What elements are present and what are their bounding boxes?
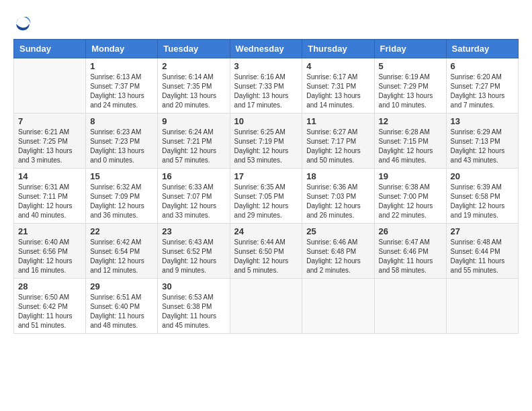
calendar-day-cell: 12Sunrise: 6:28 AMSunset: 7:15 PMDayligh… — [374, 113, 446, 169]
day-info: Sunrise: 6:51 AMSunset: 6:40 PMDaylight:… — [90, 293, 153, 330]
day-info: Sunrise: 6:17 AMSunset: 7:31 PMDaylight:… — [306, 73, 369, 110]
calendar-day-cell: 1Sunrise: 6:13 AMSunset: 7:37 PMDaylight… — [86, 58, 158, 113]
day-info: Sunrise: 6:38 AMSunset: 7:00 PMDaylight:… — [379, 183, 442, 220]
calendar-week-row: 7Sunrise: 6:21 AMSunset: 7:25 PMDaylight… — [14, 113, 519, 169]
logo-icon — [13, 13, 32, 32]
calendar-day-cell: 15Sunrise: 6:32 AMSunset: 7:09 PMDayligh… — [86, 169, 158, 224]
day-number: 4 — [306, 61, 369, 71]
calendar-day-cell: 4Sunrise: 6:17 AMSunset: 7:31 PMDaylight… — [302, 58, 374, 113]
calendar-day-cell: 5Sunrise: 6:19 AMSunset: 7:29 PMDaylight… — [374, 58, 446, 113]
calendar-week-row: 14Sunrise: 6:31 AMSunset: 7:11 PMDayligh… — [14, 169, 519, 224]
day-number: 30 — [162, 281, 225, 291]
day-number: 14 — [18, 171, 81, 181]
calendar-day-cell: 23Sunrise: 6:43 AMSunset: 6:52 PMDayligh… — [158, 224, 230, 279]
day-info: Sunrise: 6:25 AMSunset: 7:19 PMDaylight:… — [234, 128, 298, 165]
calendar-day-cell: 21Sunrise: 6:40 AMSunset: 6:56 PMDayligh… — [14, 224, 86, 279]
weekday-header: Wednesday — [230, 40, 302, 58]
day-info: Sunrise: 6:39 AMSunset: 6:58 PMDaylight:… — [451, 183, 514, 220]
day-number: 28 — [18, 281, 81, 291]
calendar-day-cell: 6Sunrise: 6:20 AMSunset: 7:27 PMDaylight… — [446, 58, 518, 113]
day-info: Sunrise: 6:35 AMSunset: 7:05 PMDaylight:… — [234, 183, 298, 220]
logo — [13, 13, 35, 32]
day-info: Sunrise: 6:44 AMSunset: 6:50 PMDaylight:… — [234, 238, 298, 275]
day-number: 18 — [306, 171, 369, 181]
day-info: Sunrise: 6:20 AMSunset: 7:27 PMDaylight:… — [451, 73, 514, 110]
day-info: Sunrise: 6:14 AMSunset: 7:35 PMDaylight:… — [162, 73, 225, 110]
day-info: Sunrise: 6:21 AMSunset: 7:25 PMDaylight:… — [18, 128, 81, 165]
weekday-header: Thursday — [302, 40, 374, 58]
day-number: 15 — [90, 171, 153, 181]
calendar-day-cell: 26Sunrise: 6:47 AMSunset: 6:46 PMDayligh… — [374, 224, 446, 279]
day-info: Sunrise: 6:16 AMSunset: 7:33 PMDaylight:… — [234, 73, 298, 110]
calendar-day-cell: 20Sunrise: 6:39 AMSunset: 6:58 PMDayligh… — [446, 169, 518, 224]
calendar-day-cell — [302, 279, 374, 334]
day-info: Sunrise: 6:27 AMSunset: 7:17 PMDaylight:… — [306, 128, 369, 165]
day-number: 19 — [379, 171, 442, 181]
day-number: 9 — [162, 116, 225, 126]
calendar-day-cell: 7Sunrise: 6:21 AMSunset: 7:25 PMDaylight… — [14, 113, 86, 169]
day-info: Sunrise: 6:48 AMSunset: 6:44 PMDaylight:… — [451, 238, 514, 275]
calendar-day-cell: 11Sunrise: 6:27 AMSunset: 7:17 PMDayligh… — [302, 113, 374, 169]
calendar-day-cell: 28Sunrise: 6:50 AMSunset: 6:42 PMDayligh… — [14, 279, 86, 334]
day-number: 25 — [306, 226, 369, 236]
day-number: 8 — [90, 116, 153, 126]
day-number: 17 — [234, 171, 298, 181]
day-number: 21 — [18, 226, 81, 236]
weekday-header: Friday — [374, 40, 446, 58]
day-info: Sunrise: 6:46 AMSunset: 6:48 PMDaylight:… — [306, 238, 369, 275]
calendar-day-cell: 2Sunrise: 6:14 AMSunset: 7:35 PMDaylight… — [158, 58, 230, 113]
day-info: Sunrise: 6:47 AMSunset: 6:46 PMDaylight:… — [379, 238, 442, 275]
day-info: Sunrise: 6:53 AMSunset: 6:38 PMDaylight:… — [162, 293, 225, 330]
calendar-day-cell: 3Sunrise: 6:16 AMSunset: 7:33 PMDaylight… — [230, 58, 302, 113]
day-number: 13 — [451, 116, 514, 126]
calendar-week-row: 28Sunrise: 6:50 AMSunset: 6:42 PMDayligh… — [14, 279, 519, 334]
day-number: 1 — [90, 61, 153, 71]
calendar-day-cell: 9Sunrise: 6:24 AMSunset: 7:21 PMDaylight… — [158, 113, 230, 169]
calendar-week-row: 1Sunrise: 6:13 AMSunset: 7:37 PMDaylight… — [14, 58, 519, 113]
calendar-day-cell: 16Sunrise: 6:33 AMSunset: 7:07 PMDayligh… — [158, 169, 230, 224]
calendar-day-cell — [446, 279, 518, 334]
calendar-day-cell — [374, 279, 446, 334]
day-number: 2 — [162, 61, 225, 71]
day-number: 22 — [90, 226, 153, 236]
day-info: Sunrise: 6:28 AMSunset: 7:15 PMDaylight:… — [379, 128, 442, 165]
day-info: Sunrise: 6:23 AMSunset: 7:23 PMDaylight:… — [90, 128, 153, 165]
day-info: Sunrise: 6:19 AMSunset: 7:29 PMDaylight:… — [379, 73, 442, 110]
day-info: Sunrise: 6:29 AMSunset: 7:13 PMDaylight:… — [451, 128, 514, 165]
day-info: Sunrise: 6:32 AMSunset: 7:09 PMDaylight:… — [90, 183, 153, 220]
day-number: 24 — [234, 226, 298, 236]
calendar-week-row: 21Sunrise: 6:40 AMSunset: 6:56 PMDayligh… — [14, 224, 519, 279]
day-info: Sunrise: 6:50 AMSunset: 6:42 PMDaylight:… — [18, 293, 81, 330]
calendar-day-cell — [14, 58, 86, 113]
day-number: 23 — [162, 226, 225, 236]
calendar-day-cell: 19Sunrise: 6:38 AMSunset: 7:00 PMDayligh… — [374, 169, 446, 224]
calendar-header-row: SundayMondayTuesdayWednesdayThursdayFrid… — [14, 40, 519, 58]
day-number: 16 — [162, 171, 225, 181]
calendar-day-cell: 10Sunrise: 6:25 AMSunset: 7:19 PMDayligh… — [230, 113, 302, 169]
calendar-day-cell: 25Sunrise: 6:46 AMSunset: 6:48 PMDayligh… — [302, 224, 374, 279]
day-info: Sunrise: 6:13 AMSunset: 7:37 PMDaylight:… — [90, 73, 153, 110]
weekday-header: Sunday — [14, 40, 86, 58]
calendar-day-cell — [230, 279, 302, 334]
day-number: 10 — [234, 116, 298, 126]
day-info: Sunrise: 6:42 AMSunset: 6:54 PMDaylight:… — [90, 238, 153, 275]
calendar-day-cell: 24Sunrise: 6:44 AMSunset: 6:50 PMDayligh… — [230, 224, 302, 279]
calendar-day-cell: 27Sunrise: 6:48 AMSunset: 6:44 PMDayligh… — [446, 224, 518, 279]
day-info: Sunrise: 6:40 AMSunset: 6:56 PMDaylight:… — [18, 238, 81, 275]
day-info: Sunrise: 6:24 AMSunset: 7:21 PMDaylight:… — [162, 128, 225, 165]
day-info: Sunrise: 6:31 AMSunset: 7:11 PMDaylight:… — [18, 183, 81, 220]
calendar-day-cell: 17Sunrise: 6:35 AMSunset: 7:05 PMDayligh… — [230, 169, 302, 224]
day-number: 27 — [451, 226, 514, 236]
calendar-day-cell: 30Sunrise: 6:53 AMSunset: 6:38 PMDayligh… — [158, 279, 230, 334]
day-number: 12 — [379, 116, 442, 126]
day-number: 20 — [451, 171, 514, 181]
day-info: Sunrise: 6:33 AMSunset: 7:07 PMDaylight:… — [162, 183, 225, 220]
calendar-day-cell: 13Sunrise: 6:29 AMSunset: 7:13 PMDayligh… — [446, 113, 518, 169]
day-number: 6 — [451, 61, 514, 71]
calendar-day-cell: 29Sunrise: 6:51 AMSunset: 6:40 PMDayligh… — [86, 279, 158, 334]
weekday-header: Tuesday — [158, 40, 230, 58]
page-header — [13, 13, 519, 32]
day-number: 7 — [18, 116, 81, 126]
calendar-day-cell: 8Sunrise: 6:23 AMSunset: 7:23 PMDaylight… — [86, 113, 158, 169]
weekday-header: Saturday — [446, 40, 518, 58]
